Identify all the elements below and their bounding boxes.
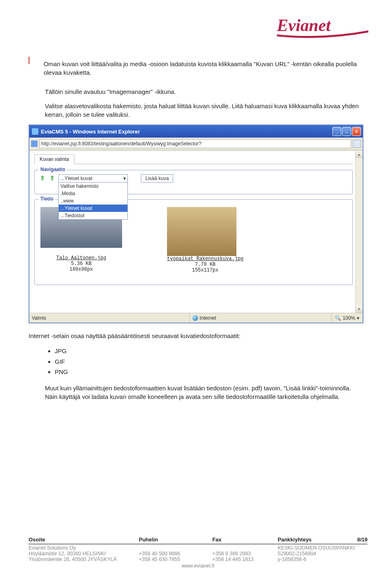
thumbnail-size: 5.36 KB xyxy=(40,261,122,267)
footer-text: 529002-2156804 xyxy=(278,551,368,557)
vertical-scrollbar[interactable]: ▴ ▾ xyxy=(355,151,363,313)
status-bar: Valmis Internet 🔍 100% ▾ xyxy=(29,313,363,323)
window-titlebar: EviaCMS 5 - Windows Internet Explorer _ … xyxy=(29,125,363,138)
footer-text: KESKI-SUOMEN OSUUSPANKKI xyxy=(278,545,368,551)
thumbnail-filename: Talo Aaltonen.jpg xyxy=(40,255,122,261)
scroll-up-icon[interactable]: ▴ xyxy=(356,151,363,158)
footer-heading: Osoite xyxy=(29,536,139,543)
paragraph: Muut kuin yllämainittujen tiedostoformaa… xyxy=(45,384,363,401)
window-title: EviaCMS 5 - Windows Internet Explorer xyxy=(41,129,140,135)
image-insert-icon xyxy=(29,57,38,82)
ie-icon xyxy=(32,128,38,135)
nav-up-root-icon[interactable]: ⇧ xyxy=(39,174,46,182)
zoom-value: 100% xyxy=(343,315,355,321)
folder-option[interactable]: ...Yleiset kuvat xyxy=(59,205,127,212)
thumbnail-dimensions: 155x117px xyxy=(167,267,243,273)
paragraph: Internet -selain osaa näyttää pääsääntöi… xyxy=(29,332,363,340)
footer-text: +358 9 388 2993 xyxy=(212,551,278,557)
folder-select-value: ...Yleiset kuvat xyxy=(60,176,92,181)
folder-option[interactable]: .Media xyxy=(59,190,127,197)
footer-text: Höyläämötie 12, 00380 HELSINKI xyxy=(29,551,139,557)
footer-text: +358 45 630 7855 xyxy=(139,557,212,562)
thumbnail-filename: tyopaikat Rakennuskuva.jpg xyxy=(167,256,243,262)
navigation-fieldset: Navigaatio ⇧ ⇧ ...Yleiset kuvat ▾ Valit xyxy=(34,170,353,194)
svg-text:Evianet: Evianet xyxy=(276,16,331,35)
thumbnail-dimensions: 189x98px xyxy=(40,267,122,272)
url-input[interactable] xyxy=(39,139,351,148)
list-item: JPG xyxy=(55,346,363,356)
footer-url: www.evianet.fi xyxy=(29,563,368,569)
page-number: 8/19 xyxy=(357,536,368,543)
go-button[interactable] xyxy=(353,140,361,148)
fieldset-legend: Navigaatio xyxy=(39,167,67,172)
list-item: PNG xyxy=(55,367,363,377)
footer-text: Evianet Solutions Oy xyxy=(29,545,139,551)
imagemanager-window: EviaCMS 5 - Windows Internet Explorer _ … xyxy=(29,125,363,323)
fieldset-legend: Tiedo xyxy=(39,196,55,202)
image-thumbnail[interactable]: tyopaikat Rakennuskuva.jpg 7.78 KB 155x1… xyxy=(167,207,243,273)
chevron-down-icon: ▾ xyxy=(123,176,126,181)
footer-heading: Puhelin xyxy=(139,536,212,543)
close-button[interactable]: × xyxy=(352,127,361,136)
security-zone: Internet xyxy=(200,315,216,321)
zone-globe-icon xyxy=(192,315,198,321)
tab-strip: Kuvan valinta xyxy=(34,154,353,164)
paragraph: Valitse alasvetovalikosta hakemisto, jos… xyxy=(45,102,363,119)
nav-up-icon[interactable]: ⇧ xyxy=(49,174,56,182)
status-text: Valmis xyxy=(29,315,189,321)
folder-dropdown[interactable]: Valitse hakemisto .Media ..www ...Yleise… xyxy=(58,183,128,220)
thumbnail-image xyxy=(167,207,236,256)
footer-text: y-1858356-6 xyxy=(278,557,368,562)
address-bar xyxy=(29,138,363,150)
add-image-button[interactable]: Lisää kuva xyxy=(141,174,173,183)
zoom-icon: 🔍 xyxy=(335,315,341,321)
folder-option[interactable]: ...Tiedostot xyxy=(59,212,127,219)
footer-heading: Fax xyxy=(212,536,278,543)
footer-text: +358 40 500 9886 xyxy=(139,551,212,557)
folder-option[interactable]: ..www xyxy=(59,197,127,205)
brand-logo: Evianet xyxy=(274,12,372,42)
paragraph: Oman kuvan voit liittää/valita jo media … xyxy=(44,60,363,77)
zoom-control[interactable]: 🔍 100% ▾ xyxy=(332,315,363,321)
minimize-button[interactable]: _ xyxy=(332,127,341,136)
page-footer: Osoite Puhelin Fax Pankkiyhteys8/19 Evia… xyxy=(29,536,368,569)
footer-text: Ylistönmäentie 26, 40500 JYVÄSKYLÄ xyxy=(29,557,139,562)
footer-text: +358 14 445 1813 xyxy=(212,557,278,562)
paragraph: Tällöin sinulle avautuu "Imagemanager" -… xyxy=(45,87,363,96)
maximize-button[interactable]: □ xyxy=(342,127,351,136)
list-item: GIF xyxy=(55,356,363,367)
scroll-down-icon[interactable]: ▾ xyxy=(356,305,363,313)
folder-option[interactable]: Valitse hakemisto xyxy=(59,183,127,190)
format-list: JPG GIF PNG xyxy=(55,346,363,377)
folder-select[interactable]: ...Yleiset kuvat ▾ xyxy=(58,174,128,183)
footer-heading: Pankkiyhteys xyxy=(278,536,312,543)
tab-kuvan-valinta[interactable]: Kuvan valinta xyxy=(34,154,74,164)
thumbnail-size: 7.78 KB xyxy=(167,262,243,267)
page-icon xyxy=(31,140,38,147)
chevron-down-icon: ▾ xyxy=(357,315,359,321)
